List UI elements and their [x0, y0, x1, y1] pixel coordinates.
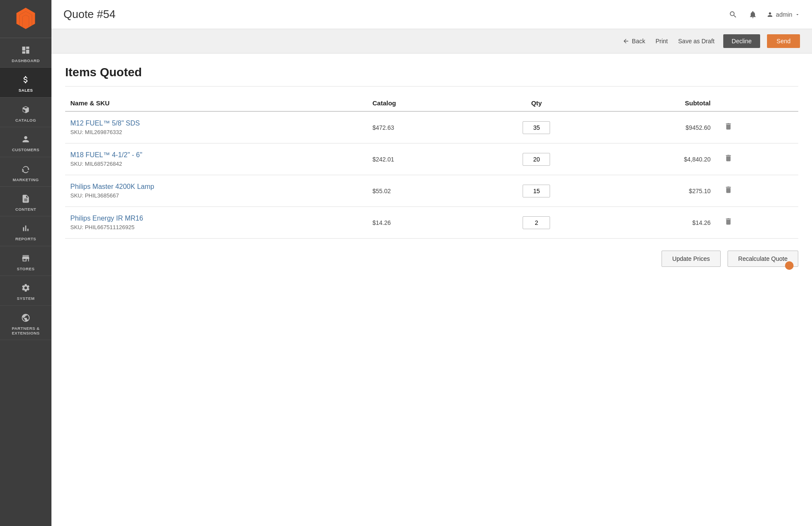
delete-row-button[interactable]: [721, 152, 736, 166]
qty-input[interactable]: [523, 121, 550, 134]
sidebar-item-label: PARTNERS & EXTENSIONS: [0, 326, 51, 336]
notifications-button[interactable]: [747, 9, 759, 21]
partners-icon: [20, 312, 32, 324]
sidebar-item-catalog[interactable]: CATALOG: [0, 98, 51, 127]
product-sku: SKU: MIL269876332: [70, 129, 362, 135]
update-prices-button[interactable]: Update Prices: [662, 251, 721, 267]
sidebar-item-label: CATALOG: [15, 118, 36, 123]
catalog-price-cell: $242.01: [367, 143, 476, 175]
delete-row-button[interactable]: [721, 184, 736, 198]
delete-cell: [716, 111, 798, 143]
qty-cell: [476, 111, 597, 143]
send-button[interactable]: Send: [767, 34, 800, 48]
dashboard-icon: [20, 44, 32, 56]
product-cell: M18 FUEL™ 4-1/2" - 6" SKU: MIL685726842: [65, 143, 367, 175]
bottom-actions: Update Prices Recalculate Quote: [65, 242, 798, 275]
col-header-name-sku: Name & SKU: [65, 95, 367, 111]
sidebar-item-label: STORES: [17, 266, 34, 271]
sidebar-item-label: REPORTS: [15, 236, 36, 241]
sidebar-item-sales[interactable]: SALES: [0, 68, 51, 97]
delete-row-button[interactable]: [721, 215, 736, 230]
chevron-down-icon: [795, 12, 800, 17]
delete-cell: [716, 175, 798, 207]
qty-input[interactable]: [523, 153, 550, 166]
sidebar-item-content[interactable]: CONTENT: [0, 187, 51, 216]
qty-cell: [476, 175, 597, 207]
sidebar-item-stores[interactable]: STORES: [0, 246, 51, 276]
sidebar-item-label: MARKETING: [12, 177, 39, 182]
sidebar-item-label: DASHBOARD: [12, 58, 39, 63]
trash-icon: [724, 122, 733, 131]
orange-dot-indicator: [785, 261, 794, 270]
items-table: Name & SKU Catalog Qty Subtotal M12 FUEL…: [65, 95, 798, 239]
sidebar-item-label: CONTENT: [15, 207, 36, 212]
subtotal-cell: $9452.60: [597, 111, 716, 143]
col-header-actions: [716, 95, 798, 111]
catalog-price-cell: $14.26: [367, 207, 476, 239]
col-header-catalog: Catalog: [367, 95, 476, 111]
product-name-link[interactable]: Philips Energy IR MR16: [70, 215, 143, 222]
top-header: Quote #54 admin: [51, 0, 812, 29]
bell-icon: [749, 10, 757, 19]
sidebar-item-marketing[interactable]: MARKETING: [0, 157, 51, 187]
search-icon: [729, 10, 737, 19]
subtotal-cell: $4,840.20: [597, 143, 716, 175]
product-name-link[interactable]: M12 FUEL™ 5/8" SDS: [70, 120, 140, 127]
recalculate-quote-button[interactable]: Recalculate Quote: [728, 251, 798, 267]
sidebar-item-dashboard[interactable]: DASHBOARD: [0, 38, 51, 68]
title-divider: [65, 86, 798, 87]
qty-input[interactable]: [523, 216, 550, 229]
sidebar-item-system[interactable]: SYSTEM: [0, 276, 51, 305]
header-actions: admin: [727, 9, 800, 21]
qty-input[interactable]: [523, 185, 550, 197]
system-icon: [20, 282, 32, 294]
print-button[interactable]: Print: [654, 35, 670, 47]
table-header-row: Name & SKU Catalog Qty Subtotal: [65, 95, 798, 111]
page-title: Quote #54: [63, 8, 727, 21]
trash-icon: [724, 217, 733, 226]
save-draft-button[interactable]: Save as Draft: [677, 35, 716, 47]
product-cell: Philips Master 4200K Lamp SKU: PHIL36856…: [65, 175, 367, 207]
sidebar-item-label: SALES: [18, 88, 33, 93]
sales-icon: [20, 74, 32, 86]
product-sku: SKU: PHIL3685667: [70, 192, 362, 199]
sidebar-item-customers[interactable]: CUSTOMERS: [0, 127, 51, 157]
sidebar-item-label: CUSTOMERS: [12, 147, 39, 152]
table-row: M12 FUEL™ 5/8" SDS SKU: MIL269876332 $47…: [65, 111, 798, 143]
table-row: Philips Master 4200K Lamp SKU: PHIL36856…: [65, 175, 798, 207]
product-sku: SKU: PHIL667511126925: [70, 224, 362, 230]
catalog-icon: [20, 104, 32, 116]
search-button[interactable]: [727, 9, 739, 21]
col-header-qty: Qty: [476, 95, 597, 111]
product-cell: M12 FUEL™ 5/8" SDS SKU: MIL269876332: [65, 111, 367, 143]
delete-cell: [716, 143, 798, 175]
col-header-subtotal: Subtotal: [597, 95, 716, 111]
decline-button[interactable]: Decline: [723, 34, 761, 48]
qty-cell: [476, 207, 597, 239]
product-sku: SKU: MIL685726842: [70, 161, 362, 167]
main-content: Quote #54 admin Back Print Save as Draft: [51, 0, 812, 526]
catalog-price-cell: $55.02: [367, 175, 476, 207]
content-icon: [20, 193, 32, 205]
sidebar-item-reports[interactable]: REPORTS: [0, 216, 51, 246]
subtotal-cell: $275.10: [597, 175, 716, 207]
product-name-link[interactable]: M18 FUEL™ 4-1/2" - 6": [70, 151, 142, 158]
subtotal-cell: $14.26: [597, 207, 716, 239]
catalog-price-cell: $472.63: [367, 111, 476, 143]
action-bar: Back Print Save as Draft Decline Send: [51, 29, 812, 54]
user-icon: [767, 11, 773, 18]
admin-username: admin: [776, 11, 792, 18]
marketing-icon: [20, 163, 32, 175]
delete-row-button[interactable]: [721, 120, 736, 134]
admin-user-menu[interactable]: admin: [767, 11, 800, 18]
sidebar-item-partners[interactable]: PARTNERS & EXTENSIONS: [0, 306, 51, 341]
qty-cell: [476, 143, 597, 175]
section-title: Items Quoted: [65, 66, 798, 79]
sidebar-logo: [0, 0, 51, 38]
back-arrow-icon: [623, 38, 629, 45]
sidebar-item-label: SYSTEM: [17, 296, 34, 301]
product-name-link[interactable]: Philips Master 4200K Lamp: [70, 183, 154, 190]
stores-icon: [20, 252, 32, 264]
back-button[interactable]: Back: [621, 35, 647, 47]
sidebar: DASHBOARD SALES CATALOG CUSTOMERS MARKET…: [0, 0, 51, 526]
